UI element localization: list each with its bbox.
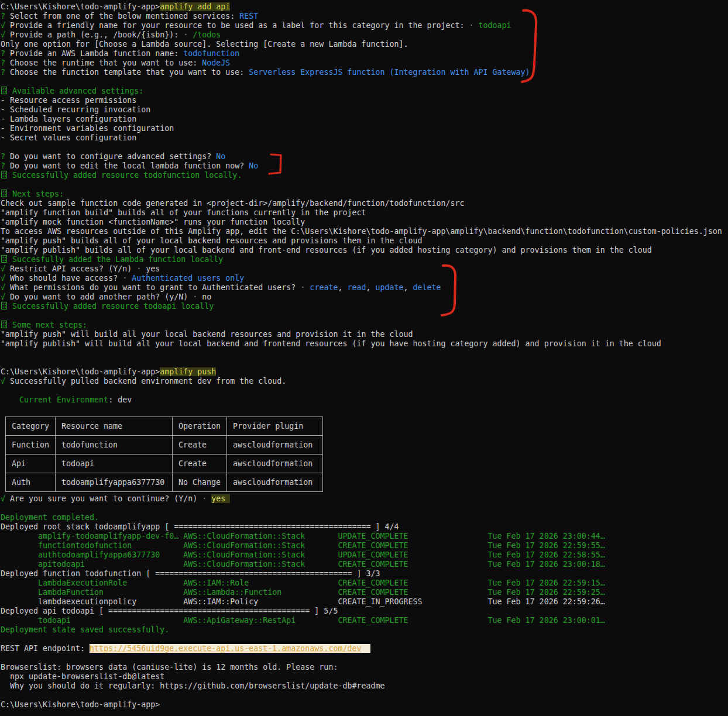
table-cell: awscloudformation [227, 436, 323, 455]
terminal-line: "amplify function build" builds all of y… [1, 208, 728, 218]
unknown-glyph-icon [1, 171, 7, 178]
text-segment: "amplify publish" builds all of your loc… [1, 246, 652, 254]
text-segment: ? [1, 12, 10, 20]
text-segment: ? [1, 49, 10, 58]
terminal-line: √ Successfully pulled backend environmen… [1, 377, 728, 386]
terminal-line [1, 653, 728, 663]
text-segment: Succesfully added the Lambda function lo… [8, 255, 223, 264]
terminal-line: npx update-browserslist-db@latest [1, 672, 728, 681]
terminal-line: Why you should do it regularly: https://… [1, 681, 728, 691]
text-segment: Check out sample function code generated… [1, 199, 465, 208]
terminal-line: - Secret values configuration [1, 133, 728, 143]
text-segment: amplify push [160, 367, 216, 376]
text-segment: NodeJS [202, 58, 230, 67]
text-segment [361, 644, 370, 653]
terminal-lines-top: C:\Users\Kishore\todo-amplify-app>amplif… [1, 2, 728, 414]
terminal-line: "amplify publish" builds all of your loc… [1, 246, 728, 255]
terminal-line: To access AWS resources outside of this … [1, 227, 728, 236]
text-segment: √ [1, 30, 10, 39]
table-row: Authtodoamplifyappa6377730No Changeawscl… [6, 473, 323, 492]
text-segment: create [310, 283, 338, 292]
terminal-line: - Resource access permissions [1, 96, 728, 105]
text-segment: C:\Users\Kishore\todo-amplify-app> [1, 2, 160, 11]
unknown-glyph-icon [1, 302, 7, 309]
text-segment: Next steps: [8, 190, 64, 198]
text-segment: Do you want to add another path? (y/N) [10, 292, 193, 301]
text-segment: Authenticated users only [132, 274, 244, 283]
terminal-line: C:\Users\Kishore\todo-amplify-app> [1, 700, 728, 710]
text-segment: REST API endpoint: [1, 644, 90, 653]
table-cell: todoamplifyappa6377730 [56, 473, 173, 492]
text-segment: Browserslist: browsers data (caniuse-lit… [1, 663, 338, 672]
text-segment: Provide a path (e.g., /book/{isbn}): [10, 30, 183, 39]
terminal-line: Deployed root stack todoamplifyapp [ ===… [1, 522, 728, 532]
table-cell: todoapi [56, 455, 173, 473]
text-segment: Some next steps: [8, 321, 87, 329]
terminal-line: lambdaexecutionpolicy AWS::IAM::Policy C… [1, 597, 728, 607]
unknown-glyph-icon [1, 87, 7, 94]
text-segment: todofunction [183, 49, 239, 58]
text-segment [1, 395, 19, 404]
text-segment: delete [413, 283, 441, 292]
terminal-line [1, 386, 728, 395]
terminal-line: Deployed api todoapi [ =================… [1, 607, 728, 616]
terminal-line: "amplify publish" will build all your lo… [1, 339, 728, 349]
text-segment: Who should have access? [10, 274, 122, 283]
text-segment: Provide an AWS Lambda function name: [10, 49, 183, 58]
terminal-line [1, 143, 728, 152]
text-segment: Serverless ExpressJS function (Integrati… [249, 68, 530, 77]
table-cell: Api [6, 455, 56, 473]
text-segment: ? [1, 68, 10, 77]
table-header: Provider plugin [227, 417, 323, 436]
text-segment: functiontodofunction AWS::CloudFormation… [1, 541, 605, 550]
text-segment: ? [1, 161, 10, 170]
terminal-line: "amplify push" builds all of your local … [1, 236, 728, 246]
terminal-line [1, 180, 728, 190]
terminal-line [1, 311, 728, 321]
text-segment: Only one option for [Choose a Lambda sou… [1, 40, 408, 49]
terminal-line: LambdaFunction AWS::Lambda::Function CRE… [1, 588, 728, 597]
terminal-line [1, 504, 728, 513]
text-segment: To access AWS resources outside of this … [1, 227, 722, 236]
terminal-line: Only one option for [Choose a Lambda sou… [1, 40, 728, 49]
endpoint-url[interactable]: https://5456uid9ge.execute-api.us-east-1… [90, 644, 361, 653]
table-cell: No Change [173, 473, 227, 492]
terminal-line: Next steps: [1, 190, 728, 199]
terminal-line: authtodoamplifyappa6377730 AWS::CloudFor… [1, 550, 728, 560]
terminal-line: amplify-todoamplifyapp-dev-f0… AWS::Clou… [1, 532, 728, 541]
text-segment: Successfully added resource todofunction… [8, 171, 242, 180]
terminal-window: C:\Users\Kishore\todo-amplify-app>amplif… [0, 0, 728, 716]
text-segment: "amplify push" builds all of your local … [1, 236, 423, 245]
terminal-line: ? Select from one of the below mentioned… [1, 12, 728, 21]
terminal-line: - Environment variables configuration [1, 124, 728, 133]
terminal-line: Successfully added resource todofunction… [1, 171, 728, 180]
unknown-glyph-icon [1, 321, 7, 328]
text-segment: "amplify push" will build all your local… [1, 330, 413, 339]
terminal-line: ? Do you want to configure advanced sett… [1, 152, 728, 161]
text-segment: Provide a friendly name for your resourc… [10, 21, 469, 30]
text-segment: √ [1, 377, 10, 385]
terminal-line: Check out sample function code generated… [1, 199, 728, 208]
terminal-line: todoapi AWS::ApiGateway::RestApi CREATE_… [1, 616, 728, 625]
text-segment: - Secret values configuration [1, 133, 136, 142]
table-header: Resource name [56, 417, 173, 436]
terminal-lines-bottom: √ Are you sure you want to continue? (Y/… [1, 494, 728, 710]
text-segment: Why you should do it regularly: https://… [1, 681, 384, 690]
text-segment: "amplify publish" will build all your lo… [1, 339, 661, 348]
text-segment: √ [1, 494, 10, 503]
text-segment: √ [1, 264, 10, 273]
terminal-line: REST API endpoint: https://5456uid9ge.ex… [1, 644, 728, 653]
text-segment: No [249, 161, 258, 170]
terminal-line: "amplify mock function <functionName>" r… [1, 218, 728, 227]
terminal-line: Deployment completed. [1, 513, 728, 522]
text-segment: Successfully added resource todoapi loca… [8, 302, 214, 311]
text-segment: "amplify mock function <functionName>" r… [1, 218, 305, 226]
table-row: ApitodoapiCreateawscloudformation [6, 455, 323, 473]
text-segment: - Lambda layers configuration [1, 115, 136, 123]
terminal-line: "amplify push" will build all your local… [1, 330, 728, 339]
terminal-line: Deployment state saved successfully. [1, 625, 728, 635]
table-cell: Create [173, 436, 227, 455]
table-cell: awscloudformation [227, 455, 323, 473]
terminal-line: ? Choose the function template that you … [1, 68, 728, 77]
text-segment: read [347, 283, 366, 292]
